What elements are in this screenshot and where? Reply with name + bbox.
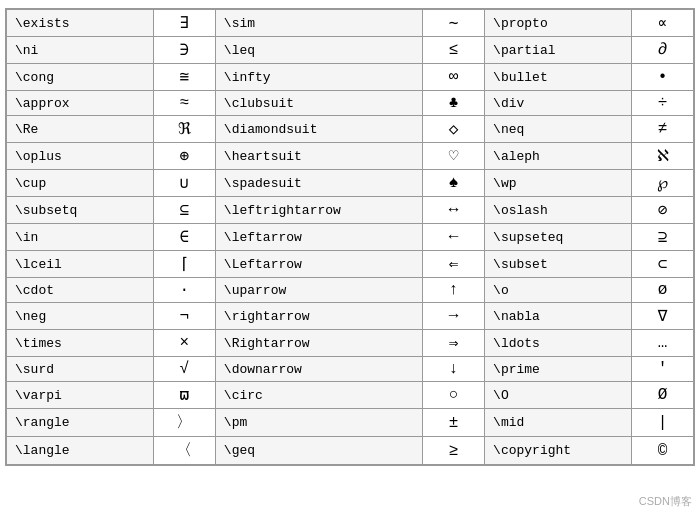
command-1: \lceil bbox=[7, 251, 154, 278]
symbol-1: ∈ bbox=[153, 224, 215, 251]
symbol-2: ∞ bbox=[423, 64, 485, 91]
command-2: \downarrow bbox=[215, 357, 422, 382]
symbol-3: … bbox=[632, 330, 694, 357]
symbol-3: ′ bbox=[632, 357, 694, 382]
symbol-3: ÷ bbox=[632, 91, 694, 116]
command-2: \geq bbox=[215, 437, 422, 465]
symbol-3: ≠ bbox=[632, 116, 694, 143]
symbol-2: ≥ bbox=[423, 437, 485, 465]
symbol-2: ± bbox=[423, 409, 485, 437]
symbol-2: ♣ bbox=[423, 91, 485, 116]
command-3: \oslash bbox=[485, 197, 632, 224]
command-3: \O bbox=[485, 382, 632, 409]
table-row: \neg ¬ \rightarrow → \nabla ∇ bbox=[7, 303, 694, 330]
symbol-3: | bbox=[632, 409, 694, 437]
command-2: \pm bbox=[215, 409, 422, 437]
symbol-2: ○ bbox=[423, 382, 485, 409]
command-3: \supseteq bbox=[485, 224, 632, 251]
command-3: \neq bbox=[485, 116, 632, 143]
main-table: \exists ∃ \sim ∼ \propto ∝ \ni ∋ \leq ≤ … bbox=[5, 8, 695, 466]
table-row: \cdot · \uparrow ↑ \o ø bbox=[7, 278, 694, 303]
command-1: \surd bbox=[7, 357, 154, 382]
symbol-2: ∼ bbox=[423, 10, 485, 37]
command-3: \partial bbox=[485, 37, 632, 64]
table-row: \times × \Rightarrow ⇒ \ldots … bbox=[7, 330, 694, 357]
command-2: \leftarrow bbox=[215, 224, 422, 251]
symbol-2: ♠ bbox=[423, 170, 485, 197]
symbol-3: ℵ bbox=[632, 143, 694, 170]
symbol-1: ⊆ bbox=[153, 197, 215, 224]
command-3: \bullet bbox=[485, 64, 632, 91]
table-row: \exists ∃ \sim ∼ \propto ∝ bbox=[7, 10, 694, 37]
table-row: \in ∈ \leftarrow ← \supseteq ⊇ bbox=[7, 224, 694, 251]
symbol-2: ♡ bbox=[423, 143, 485, 170]
symbol-1: ⌈ bbox=[153, 251, 215, 278]
symbol-2: → bbox=[423, 303, 485, 330]
command-2: \circ bbox=[215, 382, 422, 409]
table-row: \langle 〈 \geq ≥ \copyright © bbox=[7, 437, 694, 465]
watermark: CSDN博客 bbox=[639, 494, 692, 509]
table-row: \cup ∪ \spadesuit ♠ \wp ℘ bbox=[7, 170, 694, 197]
command-1: \langle bbox=[7, 437, 154, 465]
symbol-1: ∪ bbox=[153, 170, 215, 197]
latex-symbol-table: \exists ∃ \sim ∼ \propto ∝ \ni ∋ \leq ≤ … bbox=[6, 9, 694, 465]
command-1: \subsetq bbox=[7, 197, 154, 224]
symbol-2: ⇒ bbox=[423, 330, 485, 357]
command-2: \infty bbox=[215, 64, 422, 91]
symbol-3: ∂ bbox=[632, 37, 694, 64]
command-3: \mid bbox=[485, 409, 632, 437]
command-1: \cup bbox=[7, 170, 154, 197]
symbol-1: ≅ bbox=[153, 64, 215, 91]
command-2: \Leftarrow bbox=[215, 251, 422, 278]
table-row: \ni ∋ \leq ≤ \partial ∂ bbox=[7, 37, 694, 64]
symbol-3: ∇ bbox=[632, 303, 694, 330]
command-1: \approx bbox=[7, 91, 154, 116]
command-2: \spadesuit bbox=[215, 170, 422, 197]
symbol-2: ↓ bbox=[423, 357, 485, 382]
command-2: \sim bbox=[215, 10, 422, 37]
symbol-1: √ bbox=[153, 357, 215, 382]
symbol-2: ← bbox=[423, 224, 485, 251]
symbol-2: ⇐ bbox=[423, 251, 485, 278]
table-row: \subsetq ⊆ \leftrightarrow ↔ \oslash ⊘ bbox=[7, 197, 694, 224]
symbol-1: ≈ bbox=[153, 91, 215, 116]
command-3: \wp bbox=[485, 170, 632, 197]
symbol-3: ℘ bbox=[632, 170, 694, 197]
symbol-3: ⊂ bbox=[632, 251, 694, 278]
command-3: \propto bbox=[485, 10, 632, 37]
command-1: \neg bbox=[7, 303, 154, 330]
table-row: \oplus ⊕ \heartsuit ♡ \aleph ℵ bbox=[7, 143, 694, 170]
symbol-2: ↔ bbox=[423, 197, 485, 224]
symbol-3: ⊘ bbox=[632, 197, 694, 224]
command-1: \varpi bbox=[7, 382, 154, 409]
command-3: \ldots bbox=[485, 330, 632, 357]
command-2: \clubsuit bbox=[215, 91, 422, 116]
symbol-1: 〉 bbox=[153, 409, 215, 437]
symbol-1: ℜ bbox=[153, 116, 215, 143]
symbol-1: ϖ bbox=[153, 382, 215, 409]
symbol-1: · bbox=[153, 278, 215, 303]
command-2: \leq bbox=[215, 37, 422, 64]
command-1: \Re bbox=[7, 116, 154, 143]
command-3: \aleph bbox=[485, 143, 632, 170]
command-3: \copyright bbox=[485, 437, 632, 465]
command-2: \rightarrow bbox=[215, 303, 422, 330]
symbol-3: ∝ bbox=[632, 10, 694, 37]
command-3: \div bbox=[485, 91, 632, 116]
table-row: \cong ≅ \infty ∞ \bullet • bbox=[7, 64, 694, 91]
command-1: \cdot bbox=[7, 278, 154, 303]
command-2: \Rightarrow bbox=[215, 330, 422, 357]
command-2: \heartsuit bbox=[215, 143, 422, 170]
symbol-3: Ø bbox=[632, 382, 694, 409]
table-row: \approx ≈ \clubsuit ♣ \div ÷ bbox=[7, 91, 694, 116]
command-1: \oplus bbox=[7, 143, 154, 170]
command-1: \in bbox=[7, 224, 154, 251]
table-row: \surd √ \downarrow ↓ \prime ′ bbox=[7, 357, 694, 382]
symbol-3: ⊇ bbox=[632, 224, 694, 251]
command-2: \leftrightarrow bbox=[215, 197, 422, 224]
table-row: \rangle 〉 \pm ± \mid | bbox=[7, 409, 694, 437]
command-1: \ni bbox=[7, 37, 154, 64]
symbol-2: ≤ bbox=[423, 37, 485, 64]
symbol-2: ↑ bbox=[423, 278, 485, 303]
symbol-1: ⊕ bbox=[153, 143, 215, 170]
